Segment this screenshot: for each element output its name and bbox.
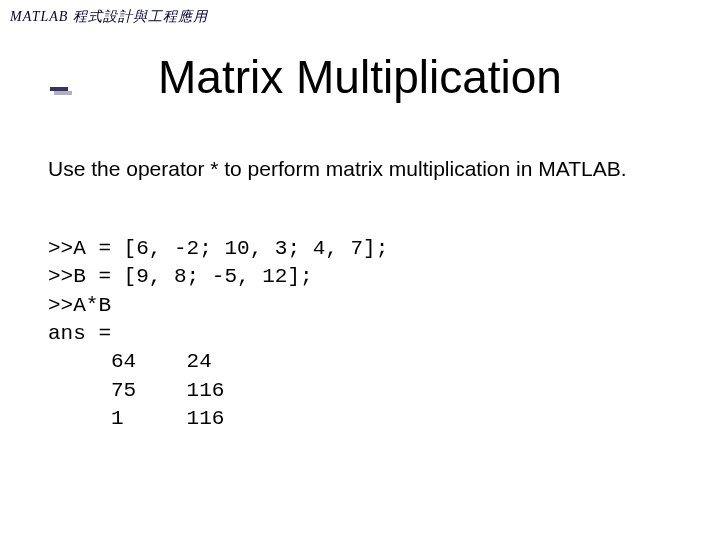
slide-title: Matrix Multiplication — [0, 50, 720, 104]
header-label: MATLAB 程式設計與工程應用 — [10, 8, 208, 26]
body-text: Use the operator * to perform matrix mul… — [48, 155, 672, 182]
code-block: >>A = [6, -2; 10, 3; 4, 7]; >>B = [9, 8;… — [48, 235, 388, 433]
